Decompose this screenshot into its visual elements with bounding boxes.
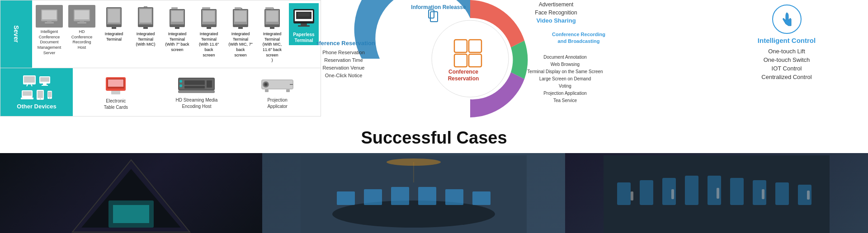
device-label: HD Streaming MediaEncoding Host: [176, 97, 218, 110]
svg-point-60: [40, 98, 41, 99]
svg-rect-25: [202, 7, 210, 9]
device-item: IntegratedTerminal(With 7" backscreen: [162, 3, 192, 55]
svg-rect-81: [265, 89, 269, 92]
svg-text:Conference: Conference: [448, 69, 478, 75]
page-wrapper: Sever Intelligent ConferenceDocument Man…: [0, 0, 868, 233]
svg-rect-5: [75, 10, 89, 19]
svg-rect-118: [364, 189, 382, 205]
svg-rect-67: [111, 91, 120, 94]
svg-rect-32: [238, 27, 243, 29]
svg-text:Advertisement: Advertisement: [539, 1, 574, 8]
svg-rect-46: [298, 25, 310, 27]
svg-rect-59: [38, 91, 43, 98]
svg-rect-57: [21, 98, 33, 99]
svg-rect-56: [23, 91, 32, 96]
svg-rect-75: [178, 90, 215, 93]
svg-text:Face Recognition: Face Recognition: [535, 9, 577, 16]
svg-text:Conference Recording: Conference Recording: [552, 32, 605, 37]
device-label: IntegratedTerminal(With MIC): [136, 32, 156, 47]
svg-rect-38: [270, 27, 274, 29]
server-label: Sever: [13, 25, 20, 42]
svg-rect-19: [171, 11, 183, 22]
projection-applicator: ProjectionApplicator: [238, 72, 317, 112]
device-item: Integrated Terminal(With MIC, 7" backscr…: [226, 3, 255, 60]
svg-rect-72: [184, 80, 205, 85]
device-label: ElectronicTable Cards: [104, 98, 128, 111]
svg-text:Information Releasse: Information Releasse: [411, 4, 466, 10]
svg-rect-14: [140, 9, 151, 23]
other-devices-col: Other Devices: [0, 68, 73, 116]
hd-streaming-media: HD Streaming MediaEncoding Host: [157, 72, 236, 112]
successful-cases-header: Successful Cases: [0, 121, 868, 153]
item-centralized-control: Centralized Control: [714, 74, 859, 80]
svg-rect-137: [717, 188, 719, 199]
svg-rect-135: [631, 191, 633, 200]
case-image-3: [565, 153, 868, 233]
svg-rect-62: [48, 92, 52, 97]
diagram-area: Conference Reservation Conference Reserv…: [316, 0, 624, 117]
device-item: Integrated Terminal(With 11.6" backscree…: [194, 3, 224, 60]
svg-rect-98: [429, 10, 434, 18]
device-item: IntegratedTerminal(With MIC): [131, 3, 160, 49]
svg-rect-66: [108, 79, 123, 87]
svg-text:Web Browsing: Web Browsing: [551, 62, 580, 67]
device-label: Integrated Terminal(With 11.6" backscree…: [196, 32, 222, 58]
svg-point-80: [264, 83, 267, 86]
paperless-terminal-label: Paperless Terminal: [291, 32, 317, 43]
case-image-2: [262, 153, 565, 233]
svg-rect-45: [301, 23, 307, 25]
device-label: Intelligent ConferenceDocument Managemen…: [36, 29, 63, 56]
device-item: HD Conference RecordingHost: [66, 3, 97, 52]
svg-rect-136: [671, 189, 674, 199]
device-item: IntegratedTerminal: [99, 3, 129, 44]
svg-rect-120: [418, 187, 436, 205]
svg-rect-139: [807, 191, 810, 200]
svg-point-84: [432, 20, 509, 97]
device-label: IntegratedTerminal(With 7" backscreen: [165, 32, 189, 53]
svg-point-63: [49, 98, 50, 98]
case-image-1: [0, 153, 262, 233]
svg-rect-31: [235, 7, 241, 9]
svg-text:Document Annotation: Document Annotation: [543, 55, 587, 60]
svg-rect-21: [175, 27, 179, 29]
left-panel: Sever Intelligent ConferenceDocument Man…: [0, 0, 321, 116]
svg-rect-114: [113, 205, 149, 223]
svg-point-71: [179, 84, 182, 87]
svg-rect-74: [207, 80, 212, 88]
svg-text:Tea Service: Tea Service: [553, 98, 577, 103]
item-iot-control: IOT Control: [714, 65, 859, 72]
device-label: Integrated Terminal(With MIC, 7" backscr…: [227, 32, 254, 58]
svg-rect-119: [391, 187, 409, 205]
svg-rect-41: [296, 12, 311, 19]
svg-rect-24: [203, 11, 215, 22]
svg-rect-35: [266, 11, 278, 22]
other-devices-icons-2: [21, 89, 52, 100]
svg-rect-53: [43, 84, 47, 85]
intelligent-control-section: Intelligent Control: [714, 5, 859, 44]
svg-rect-16: [143, 27, 148, 29]
svg-rect-129: [685, 176, 698, 205]
svg-point-70: [179, 80, 182, 83]
svg-rect-48: [24, 76, 35, 83]
intelligent-control-items: One-touch Lift One-touch Switch IOT Cont…: [714, 48, 859, 80]
svg-text:Reservation: Reservation: [448, 75, 479, 82]
right-panel: Intelligent Control One-touch Lift One-t…: [705, 0, 868, 117]
svg-rect-73: [184, 86, 205, 89]
svg-rect-54: [42, 85, 48, 86]
svg-text:Video Sharing: Video Sharing: [536, 17, 576, 24]
svg-rect-7: [77, 22, 86, 23]
svg-rect-1: [42, 10, 57, 19]
svg-rect-10: [108, 9, 120, 23]
svg-rect-26: [207, 27, 211, 29]
other-devices-label: Other Devices: [17, 103, 56, 110]
svg-rect-11: [112, 27, 116, 29]
bottom-row: Other Devices ElectronicTable Cards: [0, 68, 321, 116]
svg-rect-122: [472, 191, 491, 205]
item-one-touch-lift: One-touch Lift: [714, 48, 859, 55]
paperless-terminal-item: Paperless Terminal: [289, 3, 319, 45]
svg-text:One-Click Notice: One-Click Notice: [325, 73, 363, 78]
bottom-devices-grid: ElectronicTable Cards: [73, 68, 321, 116]
item-one-touch-switch: One-touch Switch: [714, 56, 859, 63]
svg-text:Large Screen on Demand: Large Screen on Demand: [539, 76, 591, 81]
svg-text:Reservation Venue: Reservation Venue: [323, 65, 365, 70]
